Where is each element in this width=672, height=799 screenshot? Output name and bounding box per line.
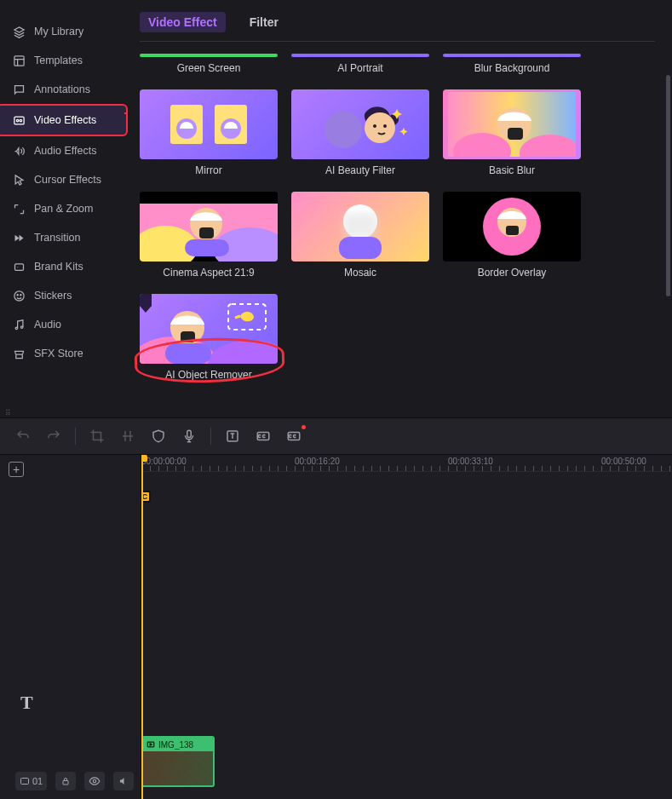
sidebar-item-transition[interactable]: Transition (0, 223, 128, 252)
video-clip[interactable]: IMG_138 (141, 736, 215, 787)
effect-thumb-edge (443, 54, 581, 57)
svg-rect-47 (21, 779, 29, 785)
svg-rect-48 (63, 781, 68, 785)
svg-point-16 (373, 124, 376, 128)
track-controls: 01 (15, 772, 134, 790)
recording-dot-icon (302, 425, 306, 429)
ruler-tick: 00:00:16:20 (295, 457, 340, 466)
sidebar: My Library Templates Annotations Video E… (0, 0, 128, 409)
svg-rect-0 (14, 55, 23, 65)
clip-name: IMG_138 (158, 740, 193, 750)
lock-button[interactable] (55, 772, 76, 790)
shield-button[interactable] (149, 427, 168, 445)
sidebar-item-label: My Library (34, 26, 83, 37)
effect-thumb (291, 89, 429, 159)
effect-label: Mosaic (344, 267, 376, 279)
redo-button[interactable] (44, 427, 63, 445)
captions-button[interactable] (254, 427, 273, 445)
sidebar-item-sfx-store[interactable]: SFX Store (0, 339, 128, 368)
tab-filter[interactable]: Filter (241, 12, 287, 32)
svg-rect-41 (165, 343, 211, 364)
music-icon (12, 318, 26, 331)
time-ruler[interactable]: 00:00:00:00 00:00:16:20 00:00:33:10 00:0… (141, 455, 672, 472)
effect-mosaic[interactable]: Mosaic (291, 192, 429, 279)
effect-mirror[interactable]: Mirror (140, 89, 278, 176)
tab-video-effect[interactable]: Video Effect (140, 12, 226, 32)
scrollbar[interactable] (666, 75, 670, 296)
sidebar-item-label: Cursor Effects (34, 174, 101, 186)
effect-label: AI Object Remover (165, 369, 251, 381)
text-track-icon[interactable]: T (20, 692, 33, 714)
text-box-button[interactable] (223, 427, 242, 445)
svg-rect-32 (343, 213, 377, 239)
sidebar-item-label: Audio Effects (34, 145, 96, 157)
svg-point-14 (325, 111, 362, 148)
transition-icon (12, 231, 26, 244)
track-type-button[interactable]: 01 (15, 772, 47, 790)
split-button[interactable] (118, 427, 137, 445)
sidebar-item-my-library[interactable]: My Library (0, 17, 128, 46)
playhead[interactable] (141, 455, 143, 799)
ruler-tick: 00:00:00:00 (141, 457, 187, 466)
effect-thumb (443, 192, 581, 262)
sidebar-item-templates[interactable]: Templates (0, 46, 128, 75)
add-track-button[interactable]: + (9, 462, 24, 477)
sidebar-item-video-effects[interactable]: Video Effects (0, 104, 128, 136)
svg-rect-23 (140, 192, 278, 204)
svg-point-5 (14, 290, 23, 300)
svg-rect-30 (185, 239, 229, 256)
effect-label: Green Screen (177, 62, 241, 74)
sidebar-item-audio-effects[interactable]: Audio Effects (0, 136, 128, 165)
ruler-ticks (141, 466, 672, 471)
effect-thumb-edge (291, 54, 429, 57)
sidebar-item-audio[interactable]: Audio (0, 310, 128, 339)
timeline: + T 01 00:00:00:00 00:00:16:20 00:00:33:… (0, 455, 672, 799)
svg-point-38 (208, 340, 278, 364)
panel-divider[interactable]: ⠿ (0, 409, 672, 417)
ruler-tick: 00:00:50:00 (601, 457, 646, 466)
effect-basic-blur[interactable]: Basic Blur (443, 89, 581, 176)
clip-thumbnail (143, 751, 213, 787)
effect-blur-background[interactable]: Blur Background (443, 54, 581, 74)
effect-ai-object-remover[interactable]: AI Object Remover (140, 294, 278, 381)
effect-cinema-aspect[interactable]: Cinema Aspect 21:9 (140, 192, 278, 279)
effect-label: Border Overlay (478, 267, 547, 279)
effect-ai-portrait[interactable]: AI Portrait (291, 54, 429, 74)
panzoom-icon (12, 202, 26, 216)
audio-fx-icon (12, 144, 26, 158)
visibility-button[interactable] (84, 772, 105, 790)
svg-rect-43 (187, 430, 192, 437)
undo-button[interactable] (14, 427, 32, 445)
svg-point-2 (16, 119, 19, 122)
effect-ai-beauty-filter[interactable]: AI Beauty Filter (291, 89, 429, 176)
effect-label: AI Beauty Filter (325, 164, 395, 176)
effect-label: Blur Background (474, 62, 550, 74)
effect-green-screen[interactable]: Green Screen (140, 54, 278, 74)
timeline-toolbar (0, 417, 672, 455)
effect-thumb (140, 294, 278, 364)
sidebar-item-annotations[interactable]: Annotations (0, 75, 128, 104)
mute-button[interactable] (113, 772, 134, 790)
clip-play-icon (146, 740, 155, 749)
layers-icon (12, 25, 26, 38)
timeline-tracks[interactable]: 00:00:00:00 00:00:16:20 00:00:33:10 00:0… (141, 455, 672, 799)
svg-point-8 (15, 327, 18, 330)
svg-point-9 (20, 325, 23, 328)
effect-label: Cinema Aspect 21:9 (163, 267, 254, 279)
sidebar-item-label: Video Effects (34, 114, 96, 126)
sidebar-item-cursor-effects[interactable]: Cursor Effects (0, 165, 128, 194)
sidebar-item-label: Templates (34, 55, 83, 66)
svg-rect-33 (339, 237, 382, 259)
separator (210, 428, 211, 445)
effect-border-overlay[interactable]: Border Overlay (443, 192, 581, 279)
sidebar-item-stickers[interactable]: Stickers (0, 281, 128, 310)
sidebar-item-label: Brand Kits (34, 261, 83, 273)
sidebar-item-brand-kits[interactable]: Brand Kits (0, 252, 128, 281)
crop-button[interactable] (88, 427, 106, 445)
cursor-fx-icon (12, 173, 26, 187)
mic-button[interactable] (180, 427, 198, 445)
separator (75, 428, 76, 445)
effect-thumb-edge (140, 54, 278, 57)
live-captions-button[interactable] (284, 427, 303, 445)
sidebar-item-pan-zoom[interactable]: Pan & Zoom (0, 194, 128, 223)
